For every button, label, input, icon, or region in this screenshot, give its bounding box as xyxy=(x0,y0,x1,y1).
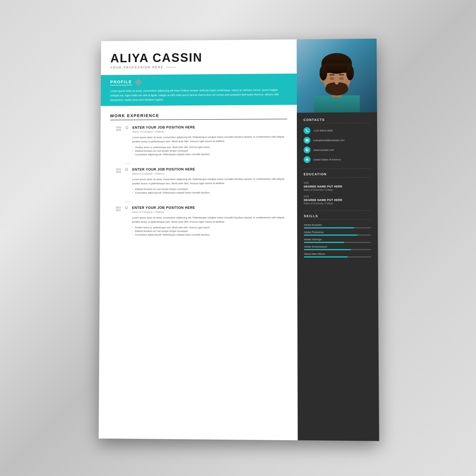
job-desc-1: Lorem ipsum dolor sit amet, consectetur … xyxy=(132,135,287,144)
job-divider-2 xyxy=(124,202,130,202)
email-icon xyxy=(304,137,310,144)
contact-phone: +123 45678 9000 xyxy=(304,127,371,134)
bullet-2-2: Consectetur adipiscing elit. Pellentesqu… xyxy=(132,191,288,194)
phone-value: +123 45678 9000 xyxy=(313,129,333,132)
location-icon xyxy=(304,156,310,163)
job-year-start-3: 2010 xyxy=(116,206,121,209)
svg-rect-11 xyxy=(329,74,334,75)
skill-bar-bg-2 xyxy=(304,235,371,236)
education-section: EDUCATION 2016 DEGREE NAME PUT HERE Name… xyxy=(304,172,371,205)
contacts-section: CONTACTS +123 45678 9000 xyxy=(304,118,371,163)
education-title: EDUCATION xyxy=(304,172,371,178)
edu-year-2: 2016 xyxy=(304,195,371,198)
bullet-1-3: Consectetur adipiscing elit. Pellentesqu… xyxy=(132,153,288,156)
job-bullets-3: Porttitor lectus ut, pellentesque sem. M… xyxy=(132,226,288,236)
skill-bar-bg-5 xyxy=(304,256,371,257)
skills-section: SKILLS Adobe Illustrator Adobe Photoshop… xyxy=(304,214,371,257)
job-dot-line-1 xyxy=(125,126,129,157)
skill-bar-fill-5 xyxy=(304,256,348,257)
svg-point-15 xyxy=(320,65,327,80)
job-desc-2: Lorem ipsum dolor sit amet, consectetur … xyxy=(132,177,288,186)
edu-school-2: Name of University / College xyxy=(304,202,371,205)
contacts-title: CONTACTS xyxy=(304,118,370,124)
name-section: ALIYA CASSIN YOUR PROFESSION HERE xyxy=(110,51,287,69)
skill-name-1: Adobe Illustrator xyxy=(304,223,371,226)
bullet-3-2: Eleifend tincidunt orci sed semper tempo… xyxy=(132,230,288,233)
divider-1 xyxy=(304,169,371,169)
job-dot-1 xyxy=(125,126,128,129)
job-entry-1: 2010 2014 ENTER YOUR JOB POSITION HERE N… xyxy=(110,125,288,157)
bullet-1-2: Eleifend tincidunt orci sed semper tempo… xyxy=(132,149,288,152)
job-content-1: ENTER YOUR JOB POSITION HERE Name of Com… xyxy=(132,125,288,157)
profile-text: Lorem ipsum dolor sit amet, consectetur … xyxy=(110,88,287,102)
skill-4: Adobe Dreamweaver xyxy=(304,245,371,250)
email-value: examplemail@example.com xyxy=(313,139,345,142)
job-dot-line-3 xyxy=(124,206,128,237)
job-dot-2 xyxy=(125,168,128,171)
edu-school-1: Name of University / College xyxy=(304,188,371,191)
job-content-3: ENTER YOUR JOB POSITION HERE Name of Com… xyxy=(132,206,288,237)
edu-degree-1: DEGREE NAME PUT HERE xyxy=(304,185,371,188)
contact-email: examplemail@example.com xyxy=(304,136,371,144)
job-bullets-1: Porttitor lectus ut, pellentesque sem. M… xyxy=(132,145,288,156)
job-year-start-2: 2010 xyxy=(116,168,121,170)
contact-location: United States of America xyxy=(304,156,371,163)
job-desc-3: Lorem ipsum dolor sit amet, consectetur … xyxy=(132,216,288,224)
svg-point-13 xyxy=(335,80,339,85)
website-icon xyxy=(304,146,310,153)
job-company-1: Name of Company > Address xyxy=(132,130,287,133)
right-content: CONTACTS +123 45678 9000 xyxy=(297,112,379,441)
job-entry-2: 2010 2014 ENTER YOUR JOB POSITION HERE N… xyxy=(109,167,288,195)
contact-website: www.example.com xyxy=(304,146,371,153)
phone-icon xyxy=(304,127,310,134)
job-year-end-3: 2014 xyxy=(116,209,121,212)
location-value: United States of America xyxy=(313,158,341,161)
skill-5: Adove After Effects xyxy=(304,253,371,257)
job-position-3: ENTER YOUR JOB POSITION HERE xyxy=(132,206,288,210)
decoration-line xyxy=(166,67,176,68)
profession-line: YOUR PROFESSION HERE xyxy=(110,65,287,69)
website-value: www.example.com xyxy=(313,148,334,151)
svg-rect-12 xyxy=(339,74,344,75)
skill-1: Adobe Illustrator xyxy=(304,223,371,228)
edu-degree-2: DEGREE NAME PUT HERE xyxy=(304,198,371,202)
diamond-decoration xyxy=(135,78,142,86)
edu-year-1: 2016 xyxy=(304,181,371,184)
right-panel: CONTACTS +123 45678 9000 xyxy=(297,39,379,441)
bullet-3-1: Porttitor lectus ut, pellentesque sem. M… xyxy=(132,226,288,229)
skills-title: SKILLS xyxy=(304,214,371,220)
skill-bar-fill-4 xyxy=(304,249,351,250)
job-content-2: ENTER YOUR JOB POSITION HERE Name of Com… xyxy=(132,167,288,195)
divider-2 xyxy=(304,210,371,211)
skill-name-5: Adove After Effects xyxy=(304,253,371,255)
skill-2: Adobe Photoshop xyxy=(304,231,371,236)
job-year-end-2: 2014 xyxy=(116,170,121,173)
left-panel: ALIYA CASSIN YOUR PROFESSION HERE PROFIL… xyxy=(99,39,298,440)
candidate-photo xyxy=(297,39,377,113)
candidate-name: ALIYA CASSIN xyxy=(110,51,287,64)
skill-name-4: Adobe Dreamweaver xyxy=(304,245,371,248)
photo-section xyxy=(297,39,377,113)
skill-bar-fill-2 xyxy=(304,235,357,236)
skill-bar-fill-3 xyxy=(304,242,344,243)
job-position-1: ENTER YOUR JOB POSITION HERE xyxy=(133,125,288,130)
job-divider-1 xyxy=(125,163,130,164)
work-section-title: WORK EXPERIENCE xyxy=(110,113,287,120)
resume-header: ALIYA CASSIN YOUR PROFESSION HERE xyxy=(101,39,297,69)
job-company-2: Name of Company > Address xyxy=(132,172,287,175)
profession-text: YOUR PROFESSION HERE xyxy=(110,66,164,69)
edu-entry-2: 2016 DEGREE NAME PUT HERE Name of Univer… xyxy=(304,195,371,205)
skill-bar-fill-1 xyxy=(304,227,354,228)
skill-name-3: Adobe InDesign xyxy=(304,238,371,241)
job-position-2: ENTER YOUR JOB POSITION HERE xyxy=(132,167,288,171)
work-experience-section: WORK EXPERIENCE 2010 2014 ENTER YOUR JOB… xyxy=(99,105,298,440)
job-bullets-2: Eleifend tincidunt orci sed semper tempo… xyxy=(132,187,288,194)
job-years-2: 2010 2014 xyxy=(109,168,121,195)
profile-title-row: PROFILE xyxy=(110,77,287,86)
job-entry-3: 2010 2014 ENTER YOUR JOB POSITION HERE N… xyxy=(109,206,288,237)
job-company-3: Name of Company > Address xyxy=(132,210,288,213)
job-year-start-1: 2010 xyxy=(116,126,121,129)
resume-document: ALIYA CASSIN YOUR PROFESSION HERE PROFIL… xyxy=(99,39,379,441)
bullet-3-3: Consectetur adipiscing elit. Pellentesqu… xyxy=(132,233,288,236)
skill-3: Adobe InDesign xyxy=(304,238,371,243)
